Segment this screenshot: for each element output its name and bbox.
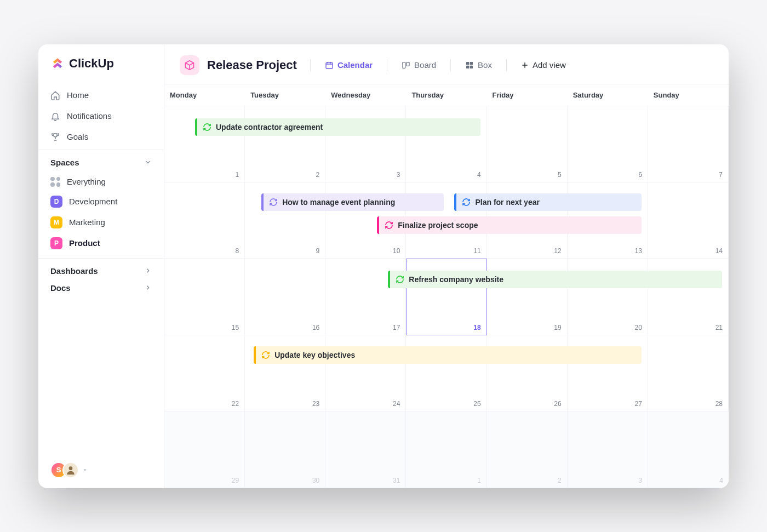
day-cell[interactable]: 3 (325, 106, 406, 182)
day-number: 18 (473, 324, 480, 331)
svg-rect-1 (326, 62, 333, 68)
day-number: 8 (235, 247, 239, 255)
cube-icon (184, 60, 195, 71)
day-number: 21 (716, 324, 723, 331)
brand-name: ClickUp (69, 56, 114, 71)
day-cell[interactable]: 30 (245, 411, 325, 488)
calendar-event[interactable]: Refresh company website (388, 271, 722, 288)
box-grid-icon (465, 61, 474, 70)
event-title: Update key objectives (274, 351, 355, 359)
day-cell[interactable]: 4 (648, 411, 729, 488)
day-cell[interactable]: 17 (325, 259, 406, 335)
recurring-icon (269, 198, 278, 207)
day-cell[interactable]: 31 (325, 411, 406, 488)
day-number: 2 (558, 477, 562, 484)
docs-label: Docs (50, 283, 71, 293)
space-item[interactable]: DDevelopment (38, 191, 164, 212)
event-title: Plan for next year (475, 198, 540, 207)
view-tab-label: Board (414, 60, 436, 70)
docs-header[interactable]: Docs (38, 281, 164, 298)
day-number: 1 (477, 477, 481, 484)
space-label: Marketing (69, 218, 105, 227)
dashboards-header[interactable]: Dashboards (38, 258, 164, 281)
day-number: 13 (634, 247, 642, 255)
dow-row: MondayTuesdayWednesdayThursdayFridaySatu… (164, 84, 729, 106)
day-cell[interactable]: 2 (245, 106, 325, 182)
event-accent-bar (388, 271, 390, 288)
avatar[interactable] (62, 462, 79, 478)
day-cell[interactable]: 16 (245, 259, 325, 335)
day-cell[interactable]: 21 (648, 259, 729, 335)
view-tab-label: Box (478, 60, 492, 70)
day-cell[interactable]: 2 (487, 411, 568, 488)
space-label: Everything (67, 177, 106, 186)
event-accent-bar (195, 118, 197, 136)
spaces-list: DDevelopmentMMarketingPProduct (38, 191, 164, 254)
day-cell[interactable]: 19 (487, 259, 568, 335)
calendar-event[interactable]: How to manage event planning (261, 193, 444, 211)
dow-cell: Wednesday (325, 84, 406, 106)
spaces-header[interactable]: Spaces (38, 150, 164, 173)
dow-cell: Thursday (406, 84, 486, 106)
nav-section: Home Notifications Goals (38, 83, 164, 150)
view-tab-calendar[interactable]: Calendar (318, 57, 379, 73)
event-accent-bar (454, 193, 456, 211)
day-cell[interactable]: 6 (568, 106, 648, 182)
day-cell[interactable]: 14 (648, 182, 729, 259)
event-title: Refresh company website (409, 275, 503, 284)
add-view-button[interactable]: Add view (514, 57, 573, 73)
day-cell[interactable]: 7 (648, 106, 729, 182)
day-number: 28 (716, 400, 723, 408)
day-number: 3 (638, 477, 642, 484)
day-cell[interactable]: 5 (487, 106, 568, 182)
dow-cell: Monday (164, 84, 245, 106)
day-number: 10 (393, 247, 400, 255)
day-cell[interactable]: 18 (406, 259, 486, 335)
space-badge: P (50, 237, 62, 249)
day-cell[interactable]: 29 (164, 411, 245, 488)
day-number: 14 (716, 247, 723, 255)
day-cell[interactable]: 1 (406, 411, 486, 488)
space-item[interactable]: PProduct (38, 233, 164, 254)
day-number: 27 (634, 400, 642, 408)
day-cell[interactable]: 15 (164, 259, 245, 335)
day-cell[interactable]: 3 (568, 411, 648, 488)
project-title: Release Project (207, 58, 297, 72)
caret-down-icon[interactable] (82, 467, 88, 473)
home-icon (50, 90, 60, 100)
day-cell[interactable]: 22 (164, 335, 245, 411)
day-number: 4 (719, 477, 723, 484)
dashboards-label: Dashboards (50, 266, 98, 276)
day-cell[interactable]: 4 (406, 106, 486, 182)
day-cell[interactable]: 20 (568, 259, 648, 335)
day-cell[interactable]: 1 (164, 106, 245, 182)
recurring-icon (261, 351, 270, 359)
svg-rect-4 (466, 62, 469, 65)
avatar-stack[interactable]: S (50, 462, 79, 478)
project-badge[interactable] (180, 55, 199, 75)
view-tab-board[interactable]: Board (395, 57, 443, 73)
svg-rect-6 (466, 65, 469, 68)
main: Release Project Calendar Board Box Add v… (164, 44, 729, 488)
nav-goals[interactable]: Goals (38, 127, 164, 147)
event-accent-bar (261, 193, 264, 211)
brand-logo[interactable]: ClickUp (38, 56, 164, 83)
calendar-event[interactable]: Finalize project scope (377, 216, 642, 234)
space-everything[interactable]: Everything (38, 173, 164, 191)
nav-notifications[interactable]: Notifications (38, 106, 164, 127)
chevron-right-icon (144, 267, 152, 274)
calendar-event[interactable]: Update contractor agreement (195, 118, 480, 136)
event-title: How to manage event planning (282, 198, 395, 207)
day-cell[interactable]: 8 (164, 182, 245, 259)
nav-home[interactable]: Home (38, 85, 164, 106)
separator (310, 59, 311, 71)
space-item[interactable]: MMarketing (38, 212, 164, 233)
svg-rect-7 (470, 65, 473, 68)
calendar-event[interactable]: Update key objectives (254, 346, 642, 364)
nav-label: Goals (67, 132, 88, 141)
calendar-event[interactable]: Plan for next year (454, 193, 641, 211)
view-tab-box[interactable]: Box (459, 57, 499, 73)
day-cell[interactable]: 28 (648, 335, 729, 411)
spaces-header-label: Spaces (50, 158, 79, 167)
day-number: 15 (232, 324, 239, 331)
